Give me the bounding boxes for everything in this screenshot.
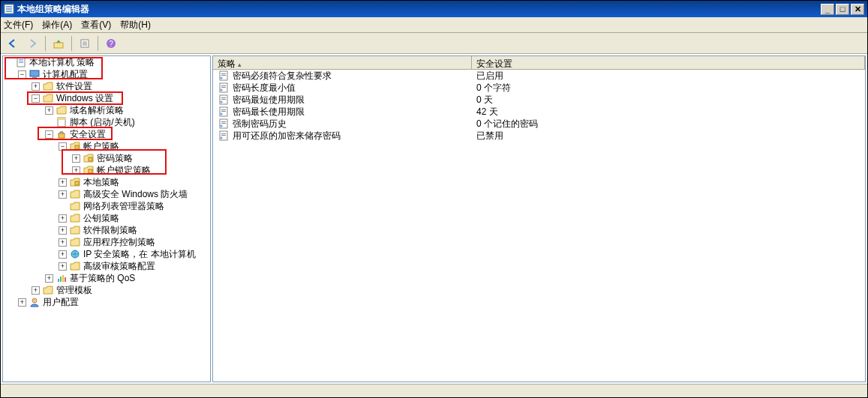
app-icon [4,4,14,14]
column-setting[interactable]: 安全设置 [472,56,865,69]
expand-icon[interactable]: + [59,238,67,247]
svg-rect-26 [60,277,62,282]
lock-icon [56,129,68,139]
tree-security-settings[interactable]: − 安全设置 [45,128,210,140]
menu-help[interactable]: 帮助(H) [120,19,151,31]
script-icon [56,117,68,127]
expand-icon[interactable]: + [59,214,67,223]
svg-rect-1 [6,6,12,7]
properties-button[interactable] [76,35,94,52]
folder-lock-icon [83,165,95,175]
menu-view[interactable]: 查看(V) [81,19,111,31]
tree-user-config[interactable]: + 用户配置 [18,296,210,308]
collapse-icon[interactable]: − [45,130,53,139]
expand-icon[interactable]: + [32,286,40,295]
svg-rect-52 [221,135,226,136]
tree-firewall[interactable]: + 高级安全 Windows 防火墙 [59,188,210,200]
statusbar [1,384,867,397]
window-title: 本地组策略编辑器 [17,3,821,16]
list-body[interactable]: 密码必须符合复杂性要求已启用密码长度最小值0 个字符密码最短使用期限0 天密码最… [213,70,865,382]
minimize-button[interactable]: _ [821,4,834,15]
column-policy[interactable]: 策略 [213,56,472,69]
list-item[interactable]: 密码长度最小值0 个字符 [213,82,865,94]
help-button[interactable]: ? [102,35,120,52]
tree-label: 用户配置 [43,296,79,309]
tree-pane[interactable]: 本地计算机 策略 − 计算机配置 + 软件设置 [2,55,211,382]
list-item[interactable]: 密码最短使用期限0 天 [213,94,865,106]
expand-icon[interactable]: + [18,298,26,307]
svg-rect-39 [221,97,226,98]
folder-icon [69,261,81,271]
policy-icon [218,82,230,93]
expand-icon[interactable]: + [45,106,53,115]
expand-icon[interactable]: + [45,274,53,283]
policy-name: 密码最长使用期限 [233,106,305,118]
policy-setting: 42 天 [476,106,498,118]
menu-file[interactable]: 文件(F) [4,19,33,31]
expand-icon[interactable]: + [72,154,80,163]
tree-lockout-policy[interactable]: + 帐户锁定策略 [72,164,210,176]
expand-icon[interactable]: + [59,250,67,259]
collapse-icon[interactable]: − [59,142,67,151]
svg-rect-18 [58,118,65,120]
maximize-button[interactable]: □ [836,4,849,15]
svg-rect-22 [89,169,92,173]
svg-rect-40 [221,99,226,100]
tree-scripts[interactable]: 脚本 (启动/关机) [45,116,210,128]
svg-point-37 [221,89,223,91]
svg-rect-48 [221,123,226,124]
tree-label: 公钥策略 [83,212,119,225]
collapse-icon[interactable]: − [32,94,40,103]
policy-setting: 已启用 [476,70,503,82]
tree-label: 软件设置 [56,80,92,93]
close-button[interactable]: ✕ [851,4,864,15]
expand-icon[interactable]: + [72,166,80,175]
tree-app-control[interactable]: + 应用程序控制策略 [59,236,210,248]
back-button[interactable] [4,35,22,52]
tree-root[interactable]: 本地计算机 策略 [5,56,210,68]
toolbar-separator [71,36,72,51]
tree-public-key[interactable]: + 公钥策略 [59,212,210,224]
tree-local-policy[interactable]: + 本地策略 [59,176,210,188]
expand-icon[interactable]: + [59,178,67,187]
expand-icon[interactable]: + [59,226,67,235]
forward-button[interactable] [23,35,41,52]
svg-rect-19 [59,133,65,138]
toolbar-separator [98,36,98,51]
list-item[interactable]: 密码必须符合复杂性要求已启用 [213,70,865,82]
tree-qos[interactable]: + 基于策略的 QoS [45,272,210,284]
tree-account-policy[interactable]: − 帐户策略 [59,140,210,152]
tree-name-resolution[interactable]: + 域名解析策略 [45,104,210,116]
tree-ip-security[interactable]: + IP 安全策略，在 本地计算机 [59,248,210,260]
tree-label: 计算机配置 [43,68,88,81]
collapse-icon[interactable]: − [18,70,26,79]
tree-software-settings[interactable]: + 软件设置 [32,80,210,92]
tree-windows-settings[interactable]: − Windows 设置 [32,92,210,104]
menu-action[interactable]: 操作(A) [42,19,72,31]
tree-software-restrict[interactable]: + 软件限制策略 [59,224,210,236]
svg-rect-3 [6,10,12,12]
svg-rect-16 [32,77,37,79]
expand-icon[interactable]: + [32,82,40,91]
tree-label: 帐户锁定策略 [97,164,151,177]
tree-network-list[interactable]: 网络列表管理器策略 [59,200,210,212]
list-item[interactable]: 密码最长使用期限42 天 [213,106,865,118]
expand-icon[interactable]: + [59,190,67,199]
tree-admin-templates[interactable]: + 管理模板 [32,284,210,296]
svg-rect-20 [75,145,79,149]
svg-point-41 [221,101,223,103]
svg-rect-43 [221,109,226,110]
tree-computer-config[interactable]: − 计算机配置 [18,68,210,80]
policy-setting: 0 天 [476,94,493,106]
svg-rect-23 [75,181,79,185]
list-item[interactable]: 用可还原的加密来储存密码已禁用 [213,130,865,142]
svg-rect-12 [19,59,23,60]
folder-lock-icon [83,153,95,163]
svg-point-53 [221,137,223,139]
policy-name: 强制密码历史 [233,118,287,130]
up-button[interactable] [50,35,68,52]
list-item[interactable]: 强制密码历史0 个记住的密码 [213,118,865,130]
expand-icon[interactable]: + [59,262,67,271]
tree-adv-audit[interactable]: + 高级审核策略配置 [59,260,210,272]
tree-password-policy[interactable]: + 密码策略 [72,152,210,164]
